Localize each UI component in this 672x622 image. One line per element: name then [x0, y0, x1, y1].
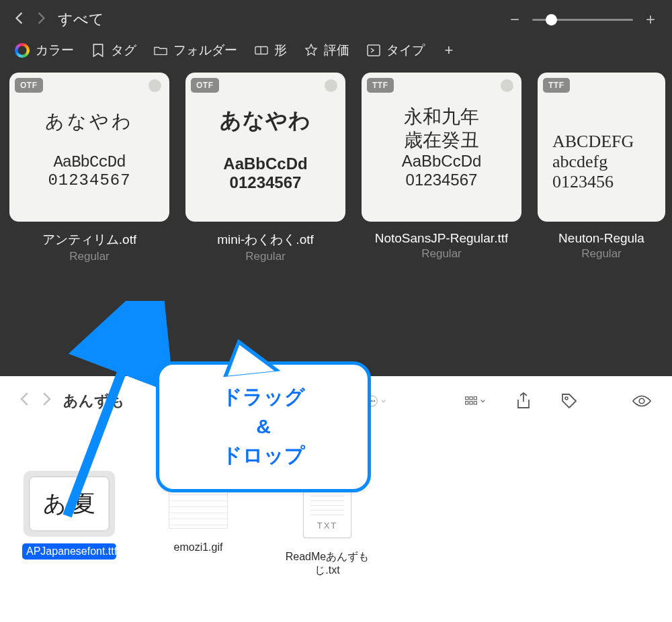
select-radio[interactable] [501, 79, 513, 92]
format-badge: OTF [15, 78, 43, 93]
folder-icon [154, 44, 167, 57]
font-filename: NotoSansJP-Regular.ttf [375, 231, 509, 246]
file-label: ReadMeあんずもじ.txt [284, 550, 371, 577]
svg-point-6 [374, 400, 375, 402]
svg-rect-10 [466, 402, 468, 404]
filter-color-label: カラー [36, 42, 74, 59]
color-ring-icon [15, 43, 30, 58]
font-card[interactable]: OTF あなやわ AaBbCcDd 01234567 mini-わくわく.otf… [185, 73, 345, 263]
sample-latin: AaBbCcDd [223, 154, 307, 173]
sample-numbers: 0123456 [552, 172, 614, 192]
svg-point-14 [639, 398, 644, 404]
filter-type[interactable]: タイプ [367, 42, 425, 59]
nav-forward-icon[interactable] [36, 12, 46, 28]
font-style-label: Regular [581, 247, 622, 261]
file-label: emozi1.gif [174, 541, 223, 554]
filter-add[interactable]: + [442, 44, 456, 57]
nav-back-icon[interactable] [15, 12, 24, 28]
sample-latin: AaBbCcDd [402, 152, 482, 171]
callout-line3: ドロップ [174, 441, 353, 470]
format-badge: TTF [367, 78, 394, 93]
font-style-label: Regular [245, 250, 286, 263]
font-card-grid: OTF あなやわ AaBbCcDd 01234567 アンティリム.otf Re… [0, 69, 672, 263]
type-icon [367, 44, 380, 57]
finder-forward-icon[interactable] [42, 392, 51, 410]
plus-icon: + [442, 44, 456, 57]
sample-numbers: 01234567 [230, 173, 302, 192]
svg-rect-9 [474, 397, 476, 400]
filter-rating-label: 評価 [324, 42, 349, 59]
font-sample-glyph: あ 夏 [43, 488, 95, 519]
font-filename: Neuton-Regula [558, 231, 644, 246]
font-thumbnail[interactable]: OTF あなやわ AaBbCcDd 01234567 [9, 73, 169, 222]
font-style-label: Regular [421, 247, 462, 261]
svg-rect-7 [466, 397, 468, 400]
file-item[interactable]: あ 夏 APJapanesefont.ttf [26, 471, 113, 577]
svg-rect-8 [470, 397, 472, 400]
zoom-controls: − + [508, 10, 657, 29]
tag-icon[interactable] [559, 393, 579, 409]
shape-icon [255, 44, 268, 57]
sample-japanese: あなやわ [45, 109, 134, 134]
finder-title: あんずも [63, 391, 125, 411]
filter-tag[interactable]: タグ [91, 42, 136, 59]
sample-numbers: 01234567 [406, 171, 478, 189]
svg-rect-11 [470, 402, 472, 404]
bookmark-icon [91, 44, 105, 57]
sample-latin: AaBbCcDd [53, 153, 125, 171]
font-card[interactable]: TTF 永和九年 歳在癸丑 AaBbCcDd 01234567 NotoSans… [362, 73, 521, 263]
callout-line1: ドラッグ [174, 382, 353, 412]
format-badge: TTF [543, 78, 570, 93]
font-manager-panel: すべて − + カラー タグ フォルダー [0, 0, 672, 376]
file-label: APJapanesefont.ttf [22, 543, 116, 560]
font-thumbnail[interactable]: TTF ABCDEFG abcdefg 0123456 [538, 73, 665, 222]
sample-japanese: 永和九年 歳在癸丑 [404, 105, 479, 152]
svg-rect-12 [474, 402, 476, 404]
filter-color[interactable]: カラー [15, 42, 74, 59]
format-badge: OTF [191, 78, 219, 93]
finder-back-icon[interactable] [20, 392, 30, 410]
zoom-out-button[interactable]: − [508, 10, 521, 29]
filter-type-label: タイプ [386, 42, 425, 59]
instruction-callout: ドラッグ & ドロップ [156, 361, 371, 492]
callout-line2: & [174, 412, 353, 441]
zoom-slider[interactable] [532, 19, 633, 21]
zoom-in-button[interactable]: + [644, 10, 657, 29]
font-style-label: Regular [69, 250, 110, 263]
select-radio[interactable] [325, 79, 337, 92]
preview-eye-icon[interactable] [632, 393, 652, 409]
font-thumbnail[interactable]: TTF 永和九年 歳在癸丑 AaBbCcDd 01234567 [362, 73, 521, 222]
font-card[interactable]: OTF あなやわ AaBbCcDd 01234567 アンティリム.otf Re… [9, 73, 169, 263]
sample-japanese: あなやわ [220, 106, 311, 136]
sample-latin-upper: ABCDEFG [552, 132, 634, 152]
select-radio[interactable] [149, 79, 161, 92]
filter-folder[interactable]: フォルダー [154, 42, 237, 59]
filter-folder-label: フォルダー [173, 42, 237, 59]
txt-badge: TXT [304, 521, 351, 531]
zoom-slider-thumb[interactable] [546, 14, 557, 26]
filter-shape[interactable]: 形 [255, 42, 287, 59]
callout-tail-icon [219, 335, 280, 377]
star-icon [304, 44, 318, 57]
share-icon[interactable] [513, 393, 534, 409]
top-titlebar: すべて − + [0, 0, 672, 35]
svg-rect-0 [255, 47, 267, 54]
font-thumbnail[interactable]: OTF あなやわ AaBbCcDd 01234567 [185, 73, 345, 222]
font-filename: mini-わくわく.otf [217, 231, 314, 249]
font-card[interactable]: TTF ABCDEFG abcdefg 0123456 Neuton-Regul… [538, 73, 665, 263]
font-file-thumb: あ 夏 [29, 476, 110, 531]
filter-rating[interactable]: 評価 [304, 42, 349, 59]
svg-point-5 [371, 400, 372, 402]
view-mode-icon[interactable] [465, 393, 485, 409]
font-filename: アンティリム.otf [42, 231, 136, 249]
svg-point-13 [565, 397, 568, 400]
filter-bar: カラー タグ フォルダー 形 評価 [0, 35, 672, 69]
sample-latin-lower: abcdefg [552, 152, 607, 172]
sample-numbers: 01234567 [48, 171, 130, 189]
filter-shape-label: 形 [274, 42, 287, 59]
filter-tag-label: タグ [111, 42, 136, 59]
breadcrumb-title: すべて [58, 9, 104, 30]
